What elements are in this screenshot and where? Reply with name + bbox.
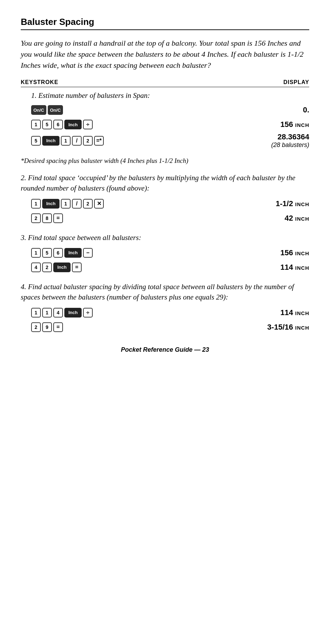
- display-header: DISPLAY: [283, 79, 309, 85]
- keys-side-2b: 2 8 =: [31, 213, 142, 223]
- key-4[interactable]: 4: [31, 263, 41, 272]
- display-4a: 114 INCH: [233, 308, 309, 317]
- display-1c: 28.36364 (28 balusters): [233, 132, 309, 149]
- key-inch-2a[interactable]: Inch: [42, 199, 59, 209]
- key-eq-2b[interactable]: =: [53, 213, 63, 223]
- key-2c[interactable]: 2: [42, 263, 52, 272]
- display-4b: 3-15/16 INCH: [233, 323, 309, 332]
- keystroke-row-2a: 1 Inch 1 / 2 ✕ 1-1/2 INCH: [21, 197, 309, 210]
- key-1g[interactable]: 1: [42, 308, 52, 318]
- key-8[interactable]: 8: [42, 213, 52, 223]
- key-2b[interactable]: 2: [31, 213, 41, 223]
- keys-side-2a: 1 Inch 1 / 2 ✕: [31, 199, 142, 209]
- display-3a: 156 INCH: [233, 248, 309, 257]
- key-2a[interactable]: 2: [83, 199, 93, 209]
- key-inch-1b[interactable]: Inch: [64, 120, 82, 129]
- step1-block: 1. Estimate number of balusters in Span:…: [21, 91, 309, 149]
- display-2a: 1-1/2 INCH: [233, 199, 309, 208]
- display-3b: 114 INCH: [233, 263, 309, 272]
- keystroke-row-3a: 1 5 6 Inch − 156 INCH: [21, 246, 309, 259]
- key-eq-star[interactable]: =*: [94, 136, 104, 146]
- onc-key-1[interactable]: On/C: [31, 105, 46, 115]
- key-div[interactable]: ÷: [83, 120, 93, 129]
- step2-title: 2. Find total space ‘occupied’ by the ba…: [21, 173, 309, 194]
- keystroke-row-1a: On/C On/C 0.: [21, 103, 309, 117]
- keys-side-3b: 4 2 Inch =: [31, 263, 142, 272]
- onc-key-2[interactable]: On/C: [48, 105, 63, 115]
- key-1b[interactable]: 1: [61, 136, 71, 146]
- key-1e[interactable]: 1: [31, 248, 41, 258]
- key-inch-3b[interactable]: Inch: [53, 263, 71, 272]
- table-header: KEYSTROKE DISPLAY: [21, 79, 309, 87]
- step1-title: 1. Estimate number of balusters in Span:: [21, 91, 309, 101]
- key-1f[interactable]: 1: [31, 308, 41, 318]
- key-6b[interactable]: 6: [53, 248, 63, 258]
- display-2b: 42 INCH: [233, 214, 309, 223]
- keystroke-header: KEYSTROKE: [21, 79, 58, 85]
- keystroke-row-1b: 1 5 6 Inch ÷ 156 INCH: [21, 118, 309, 131]
- keystroke-row-2b: 2 8 = 42 INCH: [21, 212, 309, 225]
- step2-block: 2. Find total space ‘occupied’ by the ba…: [21, 173, 309, 225]
- keys-side: On/C On/C: [31, 105, 142, 115]
- key-5[interactable]: 5: [42, 120, 52, 129]
- keystroke-row-4b: 2 9 = 3-15/16 INCH: [21, 321, 309, 334]
- key-minus[interactable]: −: [83, 248, 93, 258]
- keystroke-row-1c: 5 Inch 1 / 2 =* 28.36364 (28 balusters): [21, 132, 309, 149]
- key-slash[interactable]: /: [72, 136, 82, 146]
- key-inch-3a[interactable]: Inch: [64, 248, 82, 258]
- keys-side-4a: 1 1 4 Inch ÷: [31, 308, 142, 318]
- key-2[interactable]: 2: [83, 136, 93, 146]
- key-5c[interactable]: 5: [42, 248, 52, 258]
- keys-side-3a: 1 5 6 Inch −: [31, 248, 142, 258]
- key-4b[interactable]: 4: [53, 308, 63, 318]
- key-slash-2a[interactable]: /: [72, 199, 82, 209]
- note-text: *Desired spacing plus baluster width (4 …: [21, 156, 309, 166]
- keystroke-row-3b: 4 2 Inch = 114 INCH: [21, 261, 309, 274]
- keys-side-4b: 2 9 =: [31, 322, 142, 332]
- key-6[interactable]: 6: [53, 120, 63, 129]
- key-5b[interactable]: 5: [31, 136, 41, 146]
- intro-text: You are going to install a handrail at t…: [21, 38, 309, 71]
- step4-title: 4. Find actual baluster spacing by divid…: [21, 282, 309, 303]
- key-div-4a[interactable]: ÷: [83, 308, 93, 318]
- footer-text: Pocket Reference Guide — 23: [121, 346, 209, 353]
- key-mult[interactable]: ✕: [94, 199, 104, 209]
- key-2d[interactable]: 2: [31, 322, 41, 332]
- key-9[interactable]: 9: [42, 322, 52, 332]
- step3-title: 3. Find total space between all baluster…: [21, 232, 309, 243]
- key-1c[interactable]: 1: [31, 199, 41, 209]
- keystroke-row-4a: 1 1 4 Inch ÷ 114 INCH: [21, 306, 309, 319]
- key-eq-4b[interactable]: =: [53, 322, 63, 332]
- step3-block: 3. Find total space between all baluster…: [21, 232, 309, 274]
- key-inch-4a[interactable]: Inch: [64, 308, 82, 318]
- key-eq-3b[interactable]: =: [72, 263, 82, 272]
- display-1b: 156 INCH: [233, 120, 309, 129]
- display-1a: 0.: [233, 105, 309, 114]
- key-1[interactable]: 1: [31, 120, 41, 129]
- step4-block: 4. Find actual baluster spacing by divid…: [21, 282, 309, 334]
- keys-side-1c: 5 Inch 1 / 2 =*: [31, 136, 142, 146]
- footer: Pocket Reference Guide — 23: [21, 346, 309, 353]
- keys-side-1b: 1 5 6 Inch ÷: [31, 120, 142, 129]
- key-inch-1c[interactable]: Inch: [42, 136, 59, 146]
- page-title: Baluster Spacing: [21, 17, 309, 30]
- key-1d[interactable]: 1: [61, 199, 71, 209]
